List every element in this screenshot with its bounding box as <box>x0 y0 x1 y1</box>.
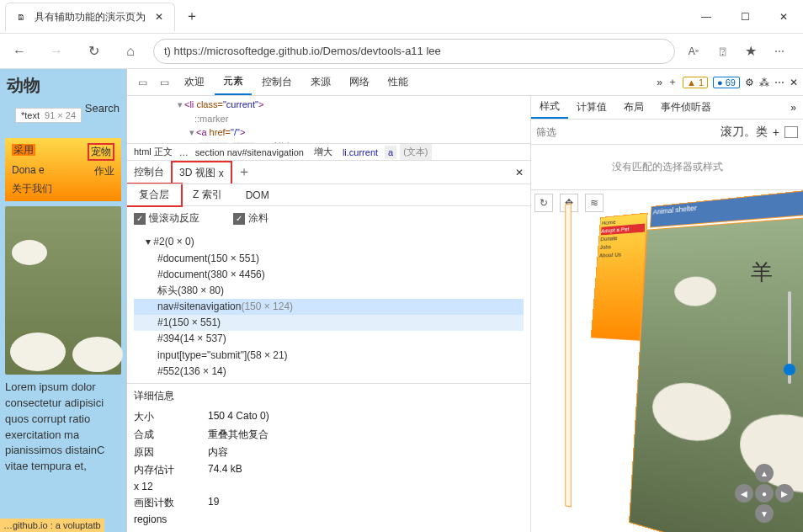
translate-icon[interactable]: ⍰ <box>712 41 732 61</box>
forward-icon[interactable]: → <box>42 37 71 66</box>
layers-icon[interactable]: ≋ <box>585 194 604 212</box>
window-maximize-icon[interactable]: ☐ <box>726 3 764 30</box>
layer-tree[interactable]: ▾ #2(0 × 0) #document(150 × 551) #docume… <box>127 231 530 383</box>
styles-tab-listeners[interactable]: 事件侦听器 <box>652 97 720 118</box>
v3tab-dom[interactable]: DOM <box>234 186 281 205</box>
3d-title: 羊 <box>751 258 773 287</box>
settings-gear-icon[interactable]: ⚙ <box>745 77 754 88</box>
tab-performance[interactable]: 性能 <box>380 70 417 94</box>
dpad-down-icon[interactable]: ▼ <box>755 504 774 523</box>
no-match-message: 没有匹配的选择器或样式 <box>531 145 803 189</box>
favorite-star-icon[interactable]: ★ <box>741 41 761 61</box>
customize-icon[interactable]: ⁂ <box>759 77 769 88</box>
dpad-up-icon[interactable]: ▲ <box>755 464 774 482</box>
tab-network[interactable]: 网络 <box>341 70 378 94</box>
dpad-center-icon[interactable]: ● <box>755 484 774 503</box>
dpad: ▲ ◀●▶ ▼ <box>734 463 795 524</box>
reader-icon[interactable]: A» <box>683 41 704 61</box>
add-tab-icon[interactable]: ＋ <box>667 75 678 89</box>
tab-elements[interactable]: 元素 <box>215 69 252 95</box>
inspect-tooltip: *text91 × 24 <box>15 108 82 123</box>
home-icon[interactable]: ⌂ <box>116 37 145 66</box>
more-icon[interactable]: ⋯ <box>774 77 784 88</box>
nav-pet-highlighted[interactable]: 宠物 <box>88 143 114 161</box>
address-bar[interactable]: t) https://microsoftedge.github.io/Demos… <box>153 39 675 64</box>
refresh-icon[interactable]: ↻ <box>79 37 108 66</box>
new-tab-button[interactable]: ＋ <box>180 5 204 29</box>
browser-tab[interactable]: 🗎 具有辅助功能的演示页为 ✕ <box>5 3 175 31</box>
v3tab-zindex[interactable]: Z 索引 <box>181 184 234 205</box>
window-minimize-icon[interactable]: — <box>687 3 726 30</box>
dom-tree[interactable]: ▾<li class="current"> ::marker ▾<a href=… <box>127 96 530 143</box>
v3tab-composited[interactable]: 复合层 <box>127 184 181 205</box>
drawer-tab-console[interactable]: 控制台 <box>127 162 171 183</box>
device-toggle-icon[interactable]: ▭ <box>154 72 174 93</box>
drawer-close-icon[interactable]: ✕ <box>515 167 524 178</box>
styles-tab-styles[interactable]: 样式 <box>531 96 568 119</box>
drawer-tab-3dview[interactable]: 3D 视图x <box>171 161 232 184</box>
reset-view-icon[interactable]: ↻ <box>534 194 553 212</box>
tab-title: 具有辅助功能的演示页为 <box>35 10 146 24</box>
dpad-right-icon[interactable]: ▶ <box>775 484 794 503</box>
tab-sources[interactable]: 来源 <box>302 70 339 94</box>
breadcrumb[interactable]: html 正文… section nav#sitenavigation 增大 l… <box>127 143 530 160</box>
3d-nav-layer: Home Adopt a Pet Donate Jobs About Us <box>591 213 648 341</box>
styles-tab-layout[interactable]: 布局 <box>615 97 652 118</box>
page-favicon: 🗎 <box>14 10 28 24</box>
devtools-close-icon[interactable]: ✕ <box>790 77 798 88</box>
nav-about[interactable]: 关于我们 <box>12 182 52 196</box>
page-heading: 动物 <box>0 69 126 102</box>
dpad-left-icon[interactable]: ◀ <box>735 484 753 503</box>
hero-image <box>5 206 121 375</box>
more-tabs-icon[interactable]: » <box>657 77 662 88</box>
tab-console[interactable]: 控制台 <box>253 70 300 94</box>
menu-icon[interactable]: ⋯ <box>769 41 790 61</box>
info-badge[interactable]: ● 69 <box>713 77 740 88</box>
check-paint[interactable]: ✓涂料 <box>233 211 269 226</box>
status-bar: …github.io : a voluptatb <box>0 519 104 532</box>
back-icon[interactable]: ← <box>5 37 34 66</box>
devtools: ▭ ▭ 欢迎 元素 控制台 来源 网络 性能 » ＋ ▲ 1 ● 69 ⚙ ⁂ … <box>126 69 803 532</box>
site-navigation: 采用 宠物 Dona e 作业 关于我们 <box>5 138 121 201</box>
hov-button[interactable]: 滚刀。类 <box>721 125 768 140</box>
drawer-add-icon[interactable]: ＋ <box>237 163 251 181</box>
check-slowscroll[interactable]: ✓慢滚动反应 <box>134 211 199 226</box>
inspect-element-icon[interactable]: ▭ <box>132 72 152 93</box>
new-style-icon[interactable]: + <box>773 125 779 139</box>
window-close-icon[interactable]: ✕ <box>764 3 803 30</box>
page-content: 动物 Search *text91 × 24 采用 宠物 Dona e 作业 关… <box>0 69 126 532</box>
3d-view-canvas[interactable]: ↻ ✥ ≋ Animal shelter Home Adopt a Pet Do… <box>531 189 803 532</box>
nav-jobs[interactable]: 作业 <box>94 164 114 178</box>
tab-welcome[interactable]: 欢迎 <box>176 70 213 94</box>
zoom-slider[interactable] <box>788 291 791 384</box>
styles-filter-input[interactable] <box>536 126 662 138</box>
styles-more-icon[interactable]: » <box>784 102 803 114</box>
boxmodel-icon[interactable] <box>784 126 798 138</box>
nav-adopt[interactable]: 采用 <box>12 143 35 161</box>
nav-donate[interactable]: Dona e <box>12 164 45 178</box>
warnings-badge[interactable]: ▲ 1 <box>683 77 708 88</box>
styles-tab-computed[interactable]: 计算值 <box>568 97 615 118</box>
layer-details: 详细信息 大小150 4 Cato 0) 合成重叠其他复合 原因内容 内存估计7… <box>127 383 530 532</box>
page-paragraph: Lorem ipsum dolor consectetur adipisici … <box>0 376 126 478</box>
tab-close-icon[interactable]: ✕ <box>152 10 166 24</box>
